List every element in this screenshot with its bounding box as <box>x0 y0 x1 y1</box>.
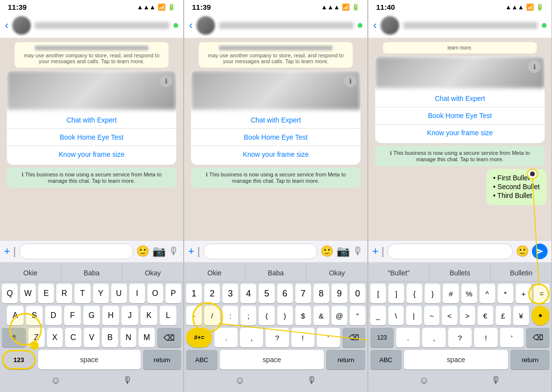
key-6[interactable]: 6 <box>277 284 293 303</box>
key-percent[interactable]: % <box>461 284 477 303</box>
suggestion-1-0[interactable]: Okie <box>0 264 61 281</box>
key-y[interactable]: Y <box>93 284 109 303</box>
key-yen[interactable]: ¥ <box>513 306 529 325</box>
key-123-3[interactable]: 123 <box>370 328 394 347</box>
key-pound[interactable]: £ <box>496 306 511 325</box>
key-v[interactable]: V <box>84 328 100 347</box>
key-caret[interactable]: ^ <box>480 284 495 303</box>
key-q[interactable]: Q <box>2 284 18 303</box>
key-exclaim[interactable]: ! <box>291 328 314 347</box>
key-j[interactable]: J <box>121 306 138 325</box>
key-abc-2[interactable]: ABC <box>186 350 217 369</box>
key-euro[interactable]: € <box>478 306 493 325</box>
info-button-1[interactable]: ℹ <box>160 74 172 87</box>
key-space-3[interactable]: space <box>404 350 508 369</box>
key-rcurly[interactable]: } <box>425 284 440 303</box>
key-return[interactable]: return <box>143 350 181 369</box>
text-input-2[interactable] <box>203 244 317 259</box>
key-plus[interactable]: + <box>516 284 531 303</box>
key-k[interactable]: K <box>141 306 157 325</box>
suggestion-3-1[interactable]: Bullets <box>430 264 491 281</box>
key-dquote[interactable]: " <box>350 306 365 325</box>
camera-icon-2[interactable]: 📷 <box>336 245 350 258</box>
key-tilde[interactable]: ~ <box>424 306 440 325</box>
info-button-3[interactable]: ℹ <box>528 60 541 73</box>
key-w[interactable]: W <box>20 284 36 303</box>
key-dollar[interactable]: $ <box>295 306 311 325</box>
key-shift[interactable]: ⇧ <box>2 328 26 347</box>
key-apostrophe[interactable]: ' <box>317 328 340 347</box>
emoji-icon-3[interactable]: ☺ <box>419 375 429 386</box>
back-button-2[interactable]: ‹ <box>189 19 192 32</box>
key-rbracket[interactable]: ] <box>388 284 404 303</box>
key-o[interactable]: O <box>147 284 163 303</box>
chat-expert-btn-3[interactable]: Chat with Expert <box>375 90 545 107</box>
add-icon-3[interactable]: + <box>372 245 379 258</box>
frame-size-btn-2[interactable]: Know your frame size <box>191 146 360 163</box>
key-lbracket[interactable]: [ <box>370 284 386 303</box>
sticker-icon-2[interactable]: 🙂 <box>320 245 334 258</box>
key-rparen[interactable]: ) <box>277 306 293 325</box>
key-apostrophe-3[interactable]: ' <box>500 328 524 347</box>
key-123[interactable]: 123 <box>2 350 36 369</box>
key-delete-2[interactable]: ⌫ <box>342 328 365 347</box>
key-0[interactable]: 0 <box>350 284 365 303</box>
book-eye-test-btn-1[interactable]: Book Home Eye Test <box>7 128 176 146</box>
key-x[interactable]: X <box>47 328 63 347</box>
key-return-2[interactable]: return <box>326 350 365 369</box>
mic-bottom-icon-3[interactable]: 🎙 <box>491 375 501 386</box>
send-button-3[interactable] <box>532 244 548 259</box>
suggestion-1-2[interactable]: Okay <box>122 264 183 281</box>
emoji-icon-1[interactable]: ☺ <box>50 375 60 386</box>
chat-expert-btn-1[interactable]: Chat with Expert <box>7 112 176 128</box>
key-slash[interactable]: / <box>204 306 220 325</box>
suggestion-2-0[interactable]: Okie <box>184 264 245 281</box>
key-u[interactable]: U <box>111 284 127 303</box>
key-p[interactable]: P <box>166 284 181 303</box>
key-period-3[interactable]: . <box>396 328 420 347</box>
key-space[interactable]: space <box>38 350 141 369</box>
key-9[interactable]: 9 <box>332 284 347 303</box>
key-2[interactable]: 2 <box>204 284 220 303</box>
key-d[interactable]: D <box>45 306 62 325</box>
key-colon[interactable]: : <box>222 306 238 325</box>
key-at[interactable]: @ <box>332 306 347 325</box>
suggestion-1-1[interactable]: Baba <box>61 264 122 281</box>
key-comma-sym[interactable]: , <box>240 328 263 347</box>
key-c[interactable]: C <box>65 328 81 347</box>
key-hash[interactable]: # <box>443 284 458 303</box>
key-gt[interactable]: > <box>460 306 476 325</box>
key-4[interactable]: 4 <box>240 284 256 303</box>
camera-icon-1[interactable]: 📷 <box>152 245 166 258</box>
key-semicolon[interactable]: ; <box>240 306 256 325</box>
key-7[interactable]: 7 <box>295 284 311 303</box>
frame-size-btn-1[interactable]: Know your frame size <box>7 146 176 163</box>
frame-size-btn-3[interactable]: Know your frame size <box>375 124 545 141</box>
key-f[interactable]: F <box>64 306 81 325</box>
mic-icon-1[interactable]: 🎙 <box>168 245 179 258</box>
text-input-3[interactable] <box>387 244 513 259</box>
key-t[interactable]: T <box>74 284 90 303</box>
book-eye-test-btn-2[interactable]: Book Home Eye Test <box>191 128 360 146</box>
key-abc-3[interactable]: ABC <box>370 350 402 369</box>
mic-bottom-icon-2[interactable]: 🎙 <box>307 375 317 386</box>
key-lparen[interactable]: ( <box>259 306 274 325</box>
key-s[interactable]: S <box>26 306 43 325</box>
info-button-2[interactable]: ℹ <box>344 74 357 87</box>
key-a[interactable]: A <box>7 306 24 325</box>
key-8[interactable]: 8 <box>313 284 329 303</box>
key-question[interactable]: ? <box>265 328 288 347</box>
key-star[interactable]: * <box>498 284 513 303</box>
suggestion-2-2[interactable]: Okay <box>307 264 367 281</box>
add-icon-2[interactable]: + <box>188 245 194 258</box>
emoji-icon-2[interactable]: ☺ <box>235 375 244 386</box>
key-e[interactable]: E <box>38 284 54 303</box>
key-b[interactable]: B <box>102 328 118 347</box>
suggestion-3-0[interactable]: “Bullet” <box>368 264 430 281</box>
key-hashplus[interactable]: #+= <box>186 328 212 347</box>
suggestion-3-2[interactable]: Bulletin <box>491 264 552 281</box>
key-delete[interactable]: ⌫ <box>157 328 181 347</box>
key-pipe[interactable]: | <box>406 306 422 325</box>
key-equal[interactable]: = <box>534 284 550 303</box>
key-m[interactable]: M <box>139 328 155 347</box>
